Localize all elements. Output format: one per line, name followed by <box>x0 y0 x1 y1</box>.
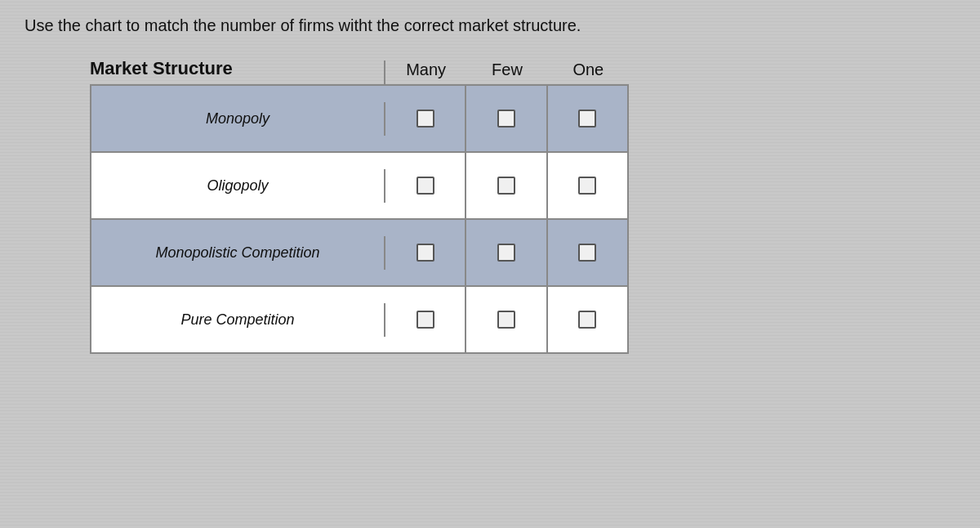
col-header-few: Few <box>466 60 547 84</box>
checkbox-monopolistic-many[interactable] <box>416 244 434 262</box>
row-label-pure: Pure Competition <box>91 303 385 337</box>
checkbox-pure-few[interactable] <box>497 311 515 329</box>
row-checkboxes-monopolistic <box>385 220 627 285</box>
checkbox-cell[interactable] <box>466 153 547 218</box>
row-label-monopoly: Monopoly <box>91 102 385 136</box>
chart-container: Market Structure Many Few One Monopoly <box>90 58 629 354</box>
checkbox-cell[interactable] <box>466 220 547 285</box>
row-checkboxes-monopoly <box>385 86 627 151</box>
checkbox-monopoly-one[interactable] <box>578 110 596 128</box>
instruction-text: Use the chart to match the number of fir… <box>24 16 581 35</box>
checkbox-cell[interactable] <box>385 220 466 285</box>
checkbox-cell[interactable] <box>466 287 547 352</box>
column-headers: Many Few One <box>384 60 629 84</box>
row-label-oligopoly: Oligopoly <box>91 169 385 203</box>
table-row: Pure Competition <box>91 287 627 352</box>
checkbox-cell[interactable] <box>548 86 627 151</box>
checkbox-monopoly-few[interactable] <box>497 110 515 128</box>
checkbox-oligopoly-one[interactable] <box>578 177 596 195</box>
checkbox-monopolistic-one[interactable] <box>578 244 596 262</box>
checkbox-cell[interactable] <box>385 287 466 352</box>
row-label-monopolistic: Monopolistic Competition <box>91 236 385 270</box>
row-checkboxes-pure <box>385 287 627 352</box>
checkbox-oligopoly-many[interactable] <box>416 177 434 195</box>
row-checkboxes-oligopoly <box>385 153 627 218</box>
table-row: Monopolistic Competition <box>91 220 627 287</box>
checkbox-cell[interactable] <box>548 287 627 352</box>
checkbox-cell[interactable] <box>548 220 627 285</box>
col-header-one: One <box>548 60 629 84</box>
table-row: Monopoly <box>91 86 627 153</box>
checkbox-cell[interactable] <box>548 153 627 218</box>
table-row: Oligopoly <box>91 153 627 220</box>
chart-grid: Monopoly Oligopoly <box>90 84 629 354</box>
checkbox-pure-one[interactable] <box>578 311 596 329</box>
checkbox-pure-many[interactable] <box>416 311 434 329</box>
checkbox-monopolistic-few[interactable] <box>497 244 515 262</box>
checkbox-monopoly-many[interactable] <box>416 110 434 128</box>
col-header-many: Many <box>385 60 466 84</box>
checkbox-cell[interactable] <box>385 86 466 151</box>
checkbox-oligopoly-few[interactable] <box>497 177 515 195</box>
market-structure-label: Market Structure <box>90 58 384 84</box>
chart-header: Market Structure Many Few One <box>90 58 629 84</box>
checkbox-cell[interactable] <box>466 86 547 151</box>
checkbox-cell[interactable] <box>385 153 466 218</box>
